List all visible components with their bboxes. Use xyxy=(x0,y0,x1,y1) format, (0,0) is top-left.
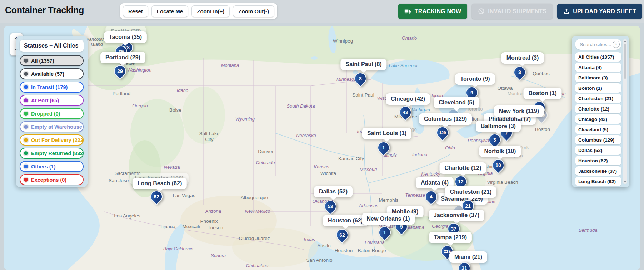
marker-pin-long-beach[interactable]: 62 xyxy=(150,191,163,203)
map-button-zoom-out-[interactable]: Zoom Out(-) xyxy=(233,5,274,17)
status-dot-icon xyxy=(24,125,28,129)
map-button-reset[interactable]: Reset xyxy=(123,5,148,17)
pin-count: 62 xyxy=(337,230,348,240)
marker-pin-chicago[interactable]: 42 xyxy=(399,106,411,118)
city-search-box: × xyxy=(575,39,621,50)
marker-tooltip-tacoma[interactable]: Tacoma (35) xyxy=(104,31,147,43)
pin-count: 42 xyxy=(400,107,411,118)
scrollbar-thumb[interactable] xyxy=(624,44,626,79)
status-filter-at-port[interactable]: At Port (65) xyxy=(20,95,84,106)
status-dot-icon xyxy=(24,138,28,142)
marker-pin-atlanta[interactable]: 4 xyxy=(425,191,437,203)
pin-count: 1 xyxy=(379,227,390,238)
pin-icon: 4 xyxy=(423,188,440,205)
status-label: Others (1) xyxy=(31,164,56,170)
city-item-chicago[interactable]: Chicago (42) xyxy=(575,114,621,124)
map-canvas[interactable]: Vancouver IslandWinnipegOntarioQuébecOtt… xyxy=(4,26,640,270)
status-label: Dropped (0) xyxy=(31,111,60,117)
pin-icon: 29 xyxy=(111,63,129,80)
marker-tooltip-new-york[interactable]: New York (119) xyxy=(494,105,544,117)
marker-tooltip-montreal[interactable]: Montreal (3) xyxy=(501,52,544,64)
marker-tooltip-charlotte[interactable]: Charlotte (12) xyxy=(439,162,486,174)
status-label: Exceptions (0) xyxy=(31,177,66,183)
action-button-tracking-now[interactable]: TRACKING NOW xyxy=(398,4,467,19)
marker-pin-houston[interactable]: 62 xyxy=(336,229,348,241)
marker-tooltip-charleston[interactable]: Charleston (21) xyxy=(445,186,496,198)
scroll-up-icon[interactable] xyxy=(624,40,626,42)
city-item-dallas[interactable]: Dallas (52) xyxy=(575,146,621,155)
city-item-cleveland[interactable]: Cleveland (5) xyxy=(575,125,621,134)
pin-icon: 129 xyxy=(434,124,451,141)
pin-icon: 1 xyxy=(376,224,393,241)
pin-icon: 42 xyxy=(397,104,414,121)
clear-search-icon[interactable]: × xyxy=(613,41,620,48)
status-label: Out For Delivery (223) xyxy=(31,137,84,143)
status-dot-icon xyxy=(24,98,28,102)
status-filter-out-for-delivery[interactable]: Out For Delivery (223) xyxy=(20,134,84,146)
marker-tooltip-new-orleans[interactable]: New Orleans (1) xyxy=(362,213,415,225)
marker-tooltip-long-beach[interactable]: Long Beach (62) xyxy=(133,178,187,189)
pin-count: 62 xyxy=(151,191,162,202)
marker-tooltip-toronto[interactable]: Toronto (9) xyxy=(455,73,495,85)
pin-count: 3 xyxy=(514,67,525,78)
marker-tooltip-dallas[interactable]: Dallas (52) xyxy=(314,186,353,197)
marker-tooltip-miami[interactable]: Miami (21) xyxy=(449,251,487,263)
marker-tooltip-saint-paul[interactable]: Saint Paul (8) xyxy=(340,59,386,70)
pin-icon: 62 xyxy=(148,188,165,205)
marker-pin-charlotte[interactable]: 12 xyxy=(455,176,467,188)
city-list-scrollbar[interactable] xyxy=(623,39,627,184)
marker-tooltip-saint-louis[interactable]: Saint Louis (1) xyxy=(362,128,411,139)
marker-pin-columbus[interactable]: 129 xyxy=(436,127,449,139)
city-item-boston[interactable]: Boston (1) xyxy=(575,83,621,93)
action-button-invalid-shipments: INVALID SHIPMENTS xyxy=(472,4,553,19)
map-button-zoom-in-[interactable]: Zoom In(+) xyxy=(191,5,230,17)
status-label: Available (57) xyxy=(31,71,64,77)
marker-pin-portland[interactable]: 29 xyxy=(114,65,126,77)
status-list: All (1357)Available (57)In Transit (179)… xyxy=(20,55,84,185)
marker-tooltip-boston[interactable]: Boston (1) xyxy=(523,88,561,99)
marker-pin-dallas[interactable]: 52 xyxy=(324,200,336,212)
city-item-atlanta[interactable]: Atlanta (4) xyxy=(575,63,621,72)
status-filter-in-transit[interactable]: In Transit (179) xyxy=(20,82,84,93)
status-label: Empty Returned (832) xyxy=(31,151,84,156)
marker-tooltip-norfolk[interactable]: Norfolk (10) xyxy=(479,146,521,157)
search-input[interactable] xyxy=(579,41,613,48)
status-dot-icon xyxy=(24,72,28,76)
marker-tooltip-cleveland[interactable]: Cleveland (5) xyxy=(434,97,479,108)
marker-pin-miami[interactable]: 21 xyxy=(458,262,470,270)
marker-tooltip-columbus[interactable]: Columbus (129) xyxy=(419,113,472,125)
city-item-charlotte[interactable]: Charlotte (12) xyxy=(575,104,621,113)
status-filter-empty-at-warehouse[interactable]: Empty at Warehouse (0) xyxy=(20,121,84,132)
marker-pin-new-orleans[interactable]: 1 xyxy=(379,226,391,239)
city-item-columbus[interactable]: Columbus (129) xyxy=(575,135,621,144)
status-filter-exceptions[interactable]: Exceptions (0) xyxy=(20,174,84,185)
marker-pin-norfolk[interactable]: 10 xyxy=(492,159,504,171)
marker-pin-saint-paul[interactable]: 8 xyxy=(354,73,366,85)
status-filter-others[interactable]: Others (1) xyxy=(20,161,84,172)
pin-count: 29 xyxy=(115,66,125,77)
marker-tooltip-baltimore[interactable]: Baltimore (3) xyxy=(476,121,521,132)
marker-tooltip-tampa[interactable]: Tampa (219) xyxy=(429,232,472,243)
city-item-long-beach[interactable]: Long Beach (62) xyxy=(575,177,621,186)
map-button-locate-me[interactable]: Locate Me xyxy=(151,5,188,17)
pin-count: 12 xyxy=(455,176,466,187)
marker-tooltip-chicago[interactable]: Chicago (42) xyxy=(386,93,430,105)
city-item-charleston[interactable]: Charleston (21) xyxy=(575,94,621,103)
city-item-jacksonville[interactable]: Jacksonville (37) xyxy=(575,166,621,176)
city-item-all-cities[interactable]: All Cities (1357) xyxy=(575,52,621,62)
status-filter-all[interactable]: All (1357) xyxy=(20,55,84,66)
action-button-upload-yard-sheet[interactable]: UPLOAD YARD SHEET xyxy=(557,4,642,19)
marker-pin-baltimore[interactable]: 3 xyxy=(489,134,501,146)
status-filter-available[interactable]: Available (57) xyxy=(20,68,84,79)
marker-tooltip-jacksonville[interactable]: Jacksonville (37) xyxy=(429,210,484,221)
marker-pin-saint-louis[interactable]: 1 xyxy=(378,142,390,154)
city-item-houston[interactable]: Houston (62) xyxy=(575,156,621,165)
status-label: All (1357) xyxy=(31,58,54,64)
status-filter-dropped[interactable]: Dropped (0) xyxy=(20,108,84,119)
marker-tooltip-houston[interactable]: Houston (62) xyxy=(323,215,368,226)
marker-pin-montreal[interactable]: 3 xyxy=(514,66,526,78)
marker-tooltip-portland[interactable]: Portland (29) xyxy=(100,52,145,63)
status-filter-empty-returned[interactable]: Empty Returned (832) xyxy=(20,148,84,159)
city-item-baltimore[interactable]: Baltimore (3) xyxy=(575,73,621,82)
scroll-down-icon[interactable] xyxy=(624,181,626,183)
